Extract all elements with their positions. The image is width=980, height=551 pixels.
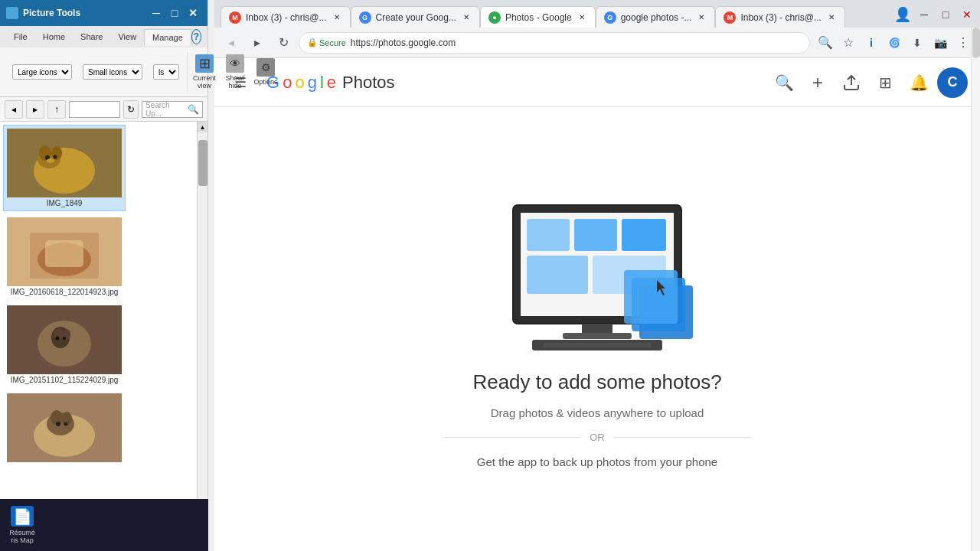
google-tab-close[interactable]: ✕: [461, 12, 472, 23]
chrome-window-controls: 👤 ─ □ ✕: [890, 5, 980, 24]
chrome-tab-photos[interactable]: ● Photos - Google ✕: [480, 6, 596, 28]
chrome-toolbar-icons: 🔍 ☆ i 🌀 ⬇ 📷 ⋮: [815, 32, 974, 54]
svg-point-25: [64, 422, 68, 426]
gmail2-tab-close[interactable]: ✕: [826, 12, 837, 23]
photos-notifications-button[interactable]: 🔔: [903, 67, 934, 98]
chrome-title-bar: M Inbox (3) - chris@... ✕ G Create your …: [214, 0, 980, 28]
chrome-star-icon[interactable]: ☆: [838, 32, 859, 54]
file-name-2: IMG_20160618_122014923.jpg: [11, 288, 119, 296]
chrome-extension1-icon[interactable]: i: [861, 32, 882, 54]
scroll-thumb[interactable]: [198, 140, 207, 186]
logo-google-o2: o: [295, 73, 304, 93]
gmail1-tab-close[interactable]: ✕: [332, 12, 342, 23]
or-divider: OR: [444, 432, 750, 443]
explorer-title: Picture Tools: [23, 8, 80, 18]
chrome-address-bar[interactable]: 🔒 Secure https://photos.google.com: [299, 32, 810, 54]
gmail2-tab-icon: M: [724, 11, 736, 24]
gphotos2-tab-icon: G: [604, 11, 616, 24]
small-icons-dropdown[interactable]: Small icons Large icons: [83, 64, 142, 80]
ribbon-tab-home[interactable]: Home: [35, 29, 73, 44]
file-item-2[interactable]: IMG_20160618_122014923.jpg: [3, 214, 126, 299]
chrome-forward-button[interactable]: ▸: [247, 32, 268, 54]
chrome-maximize-button[interactable]: □: [936, 5, 956, 24]
photos-search-button[interactable]: 🔍: [769, 67, 799, 98]
file-thumbnail-2: [7, 217, 122, 286]
search-icon: 🔍: [188, 104, 199, 115]
chrome-extension2-icon[interactable]: 🌀: [884, 32, 905, 54]
photos-tab-label: Photos - Google: [505, 12, 572, 23]
svg-point-6: [54, 155, 57, 159]
svg-point-18: [63, 337, 66, 340]
chrome-profile-icon[interactable]: 👤: [893, 5, 913, 24]
logo-google-g2: g: [308, 73, 317, 93]
google-tab-icon: G: [359, 11, 371, 24]
search-box[interactable]: Search Up... 🔍: [142, 101, 203, 118]
file-thumbnail-3: [7, 305, 122, 374]
gmail1-tab-icon: M: [229, 11, 241, 24]
photos-add-button[interactable]: +: [802, 67, 833, 98]
logo-google-l: l: [320, 73, 324, 93]
ribbon-tab-share[interactable]: Share: [73, 29, 110, 44]
photos-upload-button[interactable]: [836, 67, 867, 98]
browser-scroll-thumb[interactable]: [972, 28, 980, 58]
chrome-nav-bar: ◂ ▸ ↻ 🔒 Secure https://photos.google.com…: [214, 28, 980, 58]
scroll-up-arrow[interactable]: ▲: [198, 122, 208, 132]
chrome-refresh-button[interactable]: ↻: [273, 32, 294, 54]
maximize-button[interactable]: □: [166, 5, 183, 21]
file-item-3[interactable]: IMG_20151102_115224029.jpg: [3, 302, 126, 387]
chrome-tab-gmail1[interactable]: M Inbox (3) - chris@... ✕: [220, 6, 351, 28]
nav-refresh-button[interactable]: ↻: [123, 100, 139, 119]
photos-tab-close[interactable]: ✕: [577, 12, 587, 23]
svg-rect-29: [527, 219, 570, 251]
chrome-search-icon[interactable]: 🔍: [815, 32, 836, 54]
minimize-button[interactable]: ─: [148, 5, 165, 21]
svg-point-24: [56, 422, 60, 426]
file-name-1: IMG_1849: [47, 199, 83, 207]
ribbon-tab-view[interactable]: View: [110, 29, 144, 44]
photos-profile-avatar[interactable]: C: [937, 67, 968, 98]
chrome-tab-gphotos2[interactable]: G google photos -... ✕: [596, 6, 716, 28]
ribbon-help-button[interactable]: ?: [191, 29, 201, 44]
upload-illustration: [490, 190, 704, 358]
chrome-back-button[interactable]: ◂: [220, 32, 242, 54]
gphotos2-tab-close[interactable]: ✕: [696, 12, 707, 23]
ribbon-tab-row: File Home Share View Manage ?: [0, 26, 207, 47]
tools-dropdown[interactable]: ls: [153, 64, 179, 80]
logo-google-o1: o: [283, 73, 292, 93]
chrome-tab-gmail2[interactable]: M Inbox (3) - chris@... ✕: [715, 6, 845, 28]
browser-panel: M Inbox (3) - chris@... ✕ G Create your …: [214, 0, 980, 551]
explorer-app-icon: [6, 7, 18, 19]
ribbon-dropdown-row3: ls: [149, 63, 184, 81]
photos-apps-button[interactable]: ⊞: [870, 67, 900, 98]
file-item-4[interactable]: [3, 390, 126, 467]
browser-scrollbar[interactable]: [971, 28, 980, 551]
address-text: https://photos.google.com: [351, 37, 456, 48]
chrome-extension3-icon[interactable]: ⬇: [906, 32, 928, 54]
options-icon: ⚙: [256, 58, 275, 77]
photos-header: ☰ Google Photos 🔍 + ⊞ 🔔 C: [214, 58, 980, 107]
get-app-text: Get the app to back up photos from your …: [477, 455, 717, 468]
show-hide-button[interactable]: 👁 Show/ hide: [221, 52, 249, 92]
taskbar-doc-icon[interactable]: 📄 Résuméris Map: [6, 506, 38, 544]
current-view-button[interactable]: ⊞ Current view: [191, 52, 218, 92]
ribbon-tab-file[interactable]: File: [6, 29, 35, 44]
nav-back-button[interactable]: ◂: [5, 100, 23, 119]
secure-badge: 🔒 Secure: [307, 37, 346, 47]
nav-up-button[interactable]: ↑: [47, 100, 66, 119]
ribbon-group-icons: Large icons Small icons Small icons Larg…: [5, 52, 188, 92]
options-button[interactable]: ⚙ Options: [252, 56, 279, 88]
large-icons-dropdown[interactable]: Large icons Small icons: [12, 64, 72, 80]
or-label: OR: [590, 432, 605, 443]
title-bar-controls: ─ □ ✕: [148, 5, 201, 21]
or-line-left: [444, 437, 580, 438]
chrome-close-button[interactable]: ✕: [957, 5, 977, 24]
chrome-extension4-icon[interactable]: 📷: [929, 32, 951, 54]
chrome-minimize-button[interactable]: ─: [914, 5, 934, 24]
nav-forward-button[interactable]: ▸: [26, 100, 44, 119]
file-item-1[interactable]: IMG_1849: [3, 125, 126, 211]
explorer-scrollbar[interactable]: ▲ ▼: [197, 122, 207, 530]
close-button[interactable]: ✕: [185, 5, 201, 21]
ribbon-tab-manage[interactable]: Manage: [144, 29, 191, 46]
chrome-tab-google[interactable]: G Create your Goog... ✕: [351, 6, 480, 28]
address-box[interactable]: [69, 101, 120, 118]
